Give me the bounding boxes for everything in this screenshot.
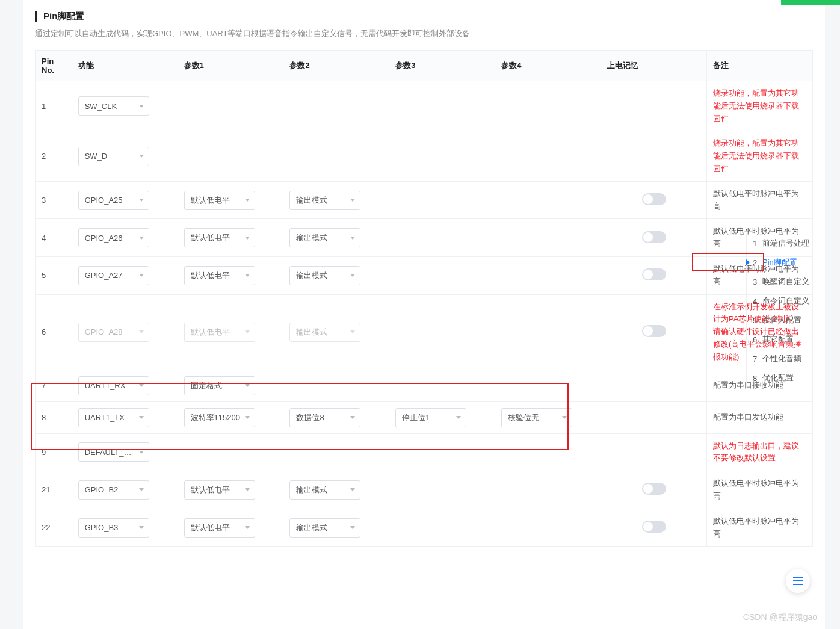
cell-pinno: 8	[36, 401, 72, 433]
param1-select[interactable]: 默认低电平	[184, 191, 255, 210]
cell-note: 默认为日志输出口，建议不要修改默认设置	[707, 433, 813, 471]
power-memory-toggle[interactable]	[642, 268, 666, 280]
func-select: GPIO_A28	[78, 323, 149, 342]
nav-item-7[interactable]: 7 个性化音频	[747, 349, 818, 368]
cell-mem	[601, 471, 707, 509]
param2-select-value: 输出模式	[296, 522, 327, 533]
cell-p1: 固定格式	[178, 370, 283, 401]
cell-pinno: 22	[36, 509, 72, 547]
chevron-down-icon	[245, 416, 250, 419]
nav-label: 前端信号处理	[762, 238, 809, 249]
param2-select[interactable]: 输出模式	[289, 480, 360, 500]
nav-item-5[interactable]: 5 发音人配置	[747, 311, 818, 330]
float-help-button[interactable]	[786, 569, 810, 593]
chevron-down-icon	[245, 237, 250, 240]
param2-select[interactable]: 输出模式	[289, 266, 360, 285]
cell-func: GPIO_A25	[72, 181, 178, 219]
cell-note: 烧录功能，配置为其它功能后无法使用烧录器下载固件	[707, 131, 813, 181]
cell-p4	[495, 370, 601, 401]
param2-select[interactable]: 输出模式	[289, 518, 360, 538]
func-select-value: GPIO_A27	[85, 271, 123, 280]
nav-item-6[interactable]: 6 其它配置	[747, 330, 818, 349]
cell-p4	[495, 471, 601, 509]
section-subtitle: 通过定制可以自动生成代码，实现GPIO、PWM、UART等端口根据语音指令输出自…	[35, 28, 813, 39]
chevron-down-icon	[139, 155, 144, 158]
func-select-value: SW_D	[85, 152, 108, 161]
nav-label: Pin脚配置	[762, 257, 797, 268]
cell-note: 默认低电平时脉冲电平为高	[707, 471, 813, 509]
th-p4: 参数4	[495, 51, 601, 81]
section-title-row: Pin脚配置	[35, 11, 813, 22]
cell-p3: 停止位1	[389, 401, 495, 433]
param1-select[interactable]: 固定格式	[184, 376, 255, 395]
chevron-down-icon	[245, 330, 250, 333]
chevron-down-icon	[350, 199, 355, 202]
cell-pinno: 4	[36, 219, 72, 257]
nav-label: 优化配置	[762, 373, 794, 383]
param1-select[interactable]: 默认低电平	[184, 266, 255, 285]
nav-label: 其它配置	[762, 334, 794, 345]
power-memory-toggle[interactable]	[642, 521, 666, 533]
table-row: 3 GPIO_A25 默认低电平 输出模式 默认低电平时脉冲电平为高	[36, 181, 813, 219]
nav-item-4[interactable]: 4 命令词自定义	[747, 291, 818, 311]
nav-item-3[interactable]: 3 唤醒词自定义	[747, 272, 818, 291]
table-row: 21 GPIO_B2 默认低电平 输出模式 默认低电平时脉冲电平为高	[36, 471, 813, 509]
param1-select[interactable]: 波特率115200	[184, 408, 255, 427]
func-select[interactable]: GPIO_A27	[78, 266, 149, 285]
func-select[interactable]: UART1_TX	[78, 408, 149, 427]
nav-item-1[interactable]: 1 前端信号处理	[747, 234, 818, 253]
th-pinno: Pin No.	[36, 51, 72, 81]
nav-idx: 7	[753, 355, 762, 364]
func-select[interactable]: UART1_RX	[78, 376, 149, 395]
param2-select[interactable]: 输出模式	[289, 228, 360, 247]
cell-p3	[389, 509, 495, 547]
chevron-down-icon	[562, 416, 567, 419]
table-row: 22 GPIO_B3 默认低电平 输出模式 默认低电平时脉冲电平为高	[36, 509, 813, 547]
param1-select[interactable]: 默认低电平	[184, 480, 255, 500]
cell-pinno: 21	[36, 471, 72, 509]
power-memory-toggle[interactable]	[642, 483, 666, 495]
func-select-value: GPIO_B2	[85, 485, 119, 494]
cell-p4	[495, 433, 601, 471]
cell-func: UART1_RX	[72, 370, 178, 401]
cell-func: SW_D	[72, 131, 178, 181]
cell-p2: 输出模式	[283, 181, 389, 219]
func-select[interactable]: GPIO_B3	[78, 518, 149, 538]
param1-select[interactable]: 默认低电平	[184, 518, 255, 538]
power-memory-toggle[interactable]	[642, 231, 666, 243]
param1-select-value: 波特率115200	[191, 412, 240, 423]
cell-note: 配置为串口发送功能	[707, 401, 813, 433]
func-select[interactable]: GPIO_B2	[78, 480, 149, 500]
cell-p4	[495, 294, 601, 370]
chevron-down-icon	[350, 526, 355, 529]
func-select[interactable]: DEFAULT_LOG	[78, 442, 149, 462]
func-select[interactable]: SW_CLK	[78, 96, 149, 116]
func-select[interactable]: GPIO_A26	[78, 228, 149, 247]
param2-select: 输出模式	[289, 323, 360, 342]
param2-select[interactable]: 数据位8	[289, 408, 360, 427]
cell-p1: 默认低电平	[178, 219, 283, 257]
param2-select-value: 输出模式	[296, 232, 327, 243]
param1-select-value: 默认低电平	[191, 327, 230, 338]
nav-label: 个性化音频	[762, 353, 801, 364]
param1-select[interactable]: 默认低电平	[184, 228, 255, 247]
chevron-down-icon	[139, 416, 144, 419]
nav-item-8[interactable]: 8 优化配置	[747, 368, 818, 388]
nav-item-2[interactable]: 2 Pin脚配置	[747, 253, 818, 272]
param2-select-value: 输出模式	[296, 485, 327, 495]
func-select[interactable]: SW_D	[78, 147, 149, 166]
cell-p1: 波特率115200	[178, 401, 283, 433]
power-memory-toggle[interactable]	[642, 193, 666, 205]
cell-pinno: 2	[36, 131, 72, 181]
cell-p4	[495, 81, 601, 131]
nav-label: 命令词自定义	[762, 296, 809, 306]
param4-select[interactable]: 校验位无	[501, 408, 572, 427]
func-select-value: UART1_TX	[85, 413, 125, 422]
param1-select-value: 默认低电平	[191, 485, 230, 495]
param2-select[interactable]: 输出模式	[289, 191, 360, 210]
func-select-value: SW_CLK	[85, 102, 117, 111]
cell-p2: 输出模式	[283, 294, 389, 370]
power-memory-toggle[interactable]	[642, 325, 666, 337]
param3-select[interactable]: 停止位1	[395, 408, 466, 427]
func-select[interactable]: GPIO_A25	[78, 191, 149, 210]
